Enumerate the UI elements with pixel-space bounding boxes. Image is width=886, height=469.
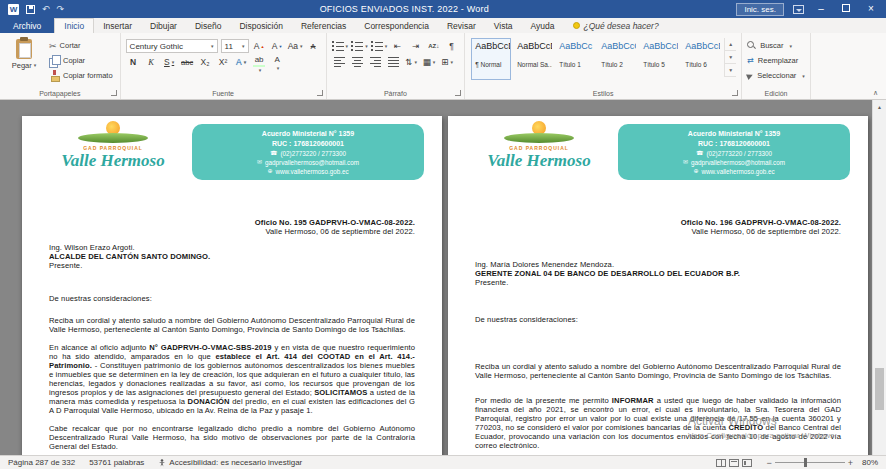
style-normal-sangria[interactable]: AaBbCcD Normal Sa... — [513, 38, 553, 80]
font-color-button[interactable]: A — [270, 55, 285, 69]
styles-scroll-down-icon[interactable]: ▼ — [725, 51, 736, 64]
recipient-title: GERENTE ZONAL 04 DE BANCO DE DESARROLLO … — [475, 269, 841, 278]
group-estilos: AaBbCcD ¶ Normal AaBbCcD Normal Sa... Aa… — [465, 33, 742, 99]
sort-button[interactable]: AZ↓ — [426, 39, 441, 53]
accessibility-status[interactable]: Accesibilidad: es necesario investigar — [158, 458, 302, 467]
grow-font-button[interactable]: A — [252, 39, 267, 53]
styles-more-icon[interactable]: ▼ — [725, 64, 736, 77]
tab-ayuda[interactable]: Ayuda — [522, 18, 564, 33]
increase-indent-button[interactable]: ⇥ — [408, 39, 423, 53]
find-button[interactable]: Buscar — [747, 39, 805, 52]
paragraph: En alcance al oficio adjunto N° GADPRVH-… — [49, 343, 415, 415]
scroll-up-icon[interactable]: ▲ — [873, 100, 886, 113]
zoom-level[interactable]: 80% — [856, 458, 878, 467]
underline-button[interactable]: S — [162, 55, 177, 69]
clear-formatting-button[interactable]: A — [306, 39, 321, 53]
bullet-list-button[interactable] — [332, 39, 349, 53]
tell-me-box[interactable]: ¿Qué desea hacer? — [564, 18, 668, 33]
tab-diseno[interactable]: Diseño — [186, 18, 230, 33]
align-right-button[interactable] — [368, 55, 383, 69]
tab-archivo[interactable]: Archivo — [0, 18, 54, 33]
decrease-indent-button[interactable]: ⇤ — [390, 39, 405, 53]
salutation: De nuestras consideraciones: — [475, 315, 841, 324]
page-indicator[interactable]: Página 287 de 332 — [8, 458, 75, 467]
style-titulo-6[interactable]: AaBbCcD Título 6 — [681, 38, 721, 80]
tab-dibujar[interactable]: Dibujar — [141, 18, 186, 33]
ribbon-tab-strip: Archivo Inicio Insertar Dibujar Diseño D… — [0, 18, 886, 33]
word-count[interactable]: 53761 palabras — [89, 458, 144, 467]
font-family-combobox[interactable]: Century Gothic — [126, 39, 218, 53]
borders-button[interactable]: ⊞ — [440, 55, 455, 69]
title-bar-controls: Inic. ses. – × — [736, 1, 886, 17]
save-icon[interactable] — [26, 5, 35, 14]
tab-referencias[interactable]: Referencias — [292, 18, 355, 33]
minimize-button[interactable]: – — [813, 1, 829, 17]
tab-inicio[interactable]: Inicio — [54, 18, 94, 33]
ribbon: Pegar ✂ Cortar Copiar Copiar formato Por… — [0, 33, 886, 100]
shrink-font-button[interactable]: A — [270, 39, 285, 53]
style-titulo-1[interactable]: AaBbCc Título 1 — [555, 38, 595, 80]
read-mode-button[interactable] — [716, 459, 726, 467]
show-paragraph-marks-button[interactable]: ¶ — [444, 39, 459, 53]
redo-icon[interactable]: ↷ — [57, 5, 65, 14]
tab-correspondencia[interactable]: Correspondencia — [355, 18, 438, 33]
styles-dialog-launcher[interactable] — [732, 90, 738, 96]
zoom-out-button[interactable]: − — [766, 458, 771, 468]
gad-logo: GAD PARROQUIAL Valle Hermoso — [32, 120, 194, 192]
paragraph-dialog-launcher[interactable] — [455, 90, 461, 96]
bold-button[interactable]: N — [126, 55, 141, 69]
collapse-ribbon-button[interactable]: ∧ — [873, 89, 878, 97]
replace-button[interactable]: ⇄ Reemplazar — [747, 54, 805, 67]
undo-icon[interactable]: ↶ — [42, 5, 50, 14]
change-case-button[interactable]: Aa — [288, 39, 303, 53]
multilevel-list-button[interactable] — [371, 39, 388, 53]
copy-button[interactable]: Copiar — [47, 54, 115, 67]
highlight-color-button[interactable]: ab — [252, 55, 267, 69]
styles-scroll-up-icon[interactable]: ▲ — [725, 38, 736, 51]
zoom-slider-thumb[interactable] — [804, 458, 807, 467]
strikethrough-button[interactable]: abc — [180, 55, 195, 69]
font-size-combobox[interactable]: 11 — [221, 39, 249, 53]
document-page-2[interactable]: GAD PARROQUIAL Valle Hermoso Acuerdo Min… — [448, 116, 868, 455]
web-layout-button[interactable] — [742, 459, 752, 467]
tab-vista[interactable]: Vista — [485, 18, 522, 33]
justify-icon — [388, 57, 399, 67]
format-painter-button[interactable]: Copiar formato — [47, 69, 115, 82]
subscript-button[interactable]: X₂ — [198, 55, 213, 69]
superscript-button[interactable]: X² — [216, 55, 231, 69]
zoom-slider[interactable] — [775, 462, 845, 463]
oficio-date: Valle Hermoso, 06 de septiembre del 2022… — [475, 227, 841, 236]
style-titulo-2[interactable]: AaBbCcC Título 2 — [597, 38, 637, 80]
style-normal[interactable]: AaBbCcD ¶ Normal — [471, 38, 511, 80]
align-left-button[interactable] — [332, 55, 347, 69]
line-spacing-button[interactable]: ⇅ — [404, 55, 419, 69]
vertical-scrollbar[interactable]: ▲ — [872, 100, 886, 455]
recipient-name: Ing. María Dolores Menendez Mendoza. — [475, 260, 841, 269]
align-center-button[interactable] — [350, 55, 365, 69]
tab-insertar[interactable]: Insertar — [94, 18, 141, 33]
italic-button[interactable]: K — [144, 55, 159, 69]
scrollbar-thumb[interactable] — [875, 368, 884, 410]
salutation: De nuestras consideraciones: — [49, 294, 415, 303]
style-titulo-5[interactable]: AaBbCcI Título 5 — [639, 38, 679, 80]
clipboard-dialog-launcher[interactable] — [111, 90, 117, 96]
paste-button[interactable]: Pegar — [5, 37, 43, 85]
select-button[interactable]: Seleccionar — [747, 69, 805, 82]
text-effects-button[interactable]: A — [234, 55, 249, 69]
sign-in-button[interactable]: Inic. ses. — [736, 3, 784, 16]
print-layout-button[interactable] — [729, 459, 739, 467]
globe-icon: ⊕ — [267, 167, 272, 176]
numbered-list-button[interactable] — [351, 39, 368, 53]
justify-button[interactable] — [386, 55, 401, 69]
tab-disposicion[interactable]: Disposición — [230, 18, 291, 33]
cut-button[interactable]: ✂ Cortar — [47, 39, 115, 52]
restore-button[interactable] — [838, 1, 854, 17]
document-page-1[interactable]: GAD PARROQUIAL Valle Hermoso Acuerdo Min… — [22, 116, 442, 455]
ribbon-display-options-icon[interactable] — [793, 5, 804, 14]
shading-button[interactable]: ▦ — [422, 55, 437, 69]
hills-graphic — [504, 133, 574, 143]
zoom-in-button[interactable]: + — [848, 458, 853, 468]
close-button[interactable]: × — [863, 1, 879, 17]
font-dialog-launcher[interactable] — [317, 90, 323, 96]
tab-revisar[interactable]: Revisar — [438, 18, 485, 33]
